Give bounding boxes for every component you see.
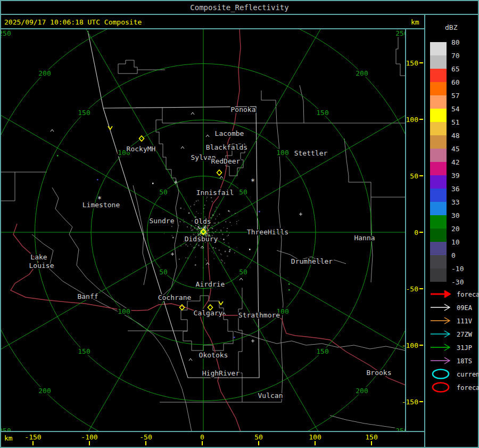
ring-distance-label: 200 [356,387,368,395]
city-label-Banff: Banff [77,292,98,300]
caret-marker-icon [220,176,223,178]
caret-marker-icon [181,146,184,149]
dot-marker-green [288,289,290,291]
clutter-speckle [202,248,203,249]
clutter-speckle [215,248,216,249]
clutter-speckle [228,243,229,244]
caret-marker-icon [191,112,194,115]
clutter-speckle [196,201,197,202]
dot-marker-blue [259,211,260,213]
city-label-Louise: Louise [29,262,54,270]
clutter-speckle [206,198,207,199]
city-label-Strathmore: Strathmore [238,311,280,319]
clutter-speckle [236,221,237,222]
azimuth-radial-210 [44,232,203,448]
clutter-speckle [172,237,174,239]
clutter-speckle [198,245,200,246]
ring-distance-label: 150 [78,347,90,355]
ring-distance-label: 50 [159,188,168,196]
clutter-speckle [224,263,225,264]
map-layers: 5050505010010010010015015015015020020020… [0,0,479,448]
clutter-speckle [195,228,196,229]
ring-distance-label: 50 [239,188,247,196]
clutter-speckle [184,209,185,210]
clutter-speckle [193,233,194,234]
clutter-speckle [214,258,215,259]
clutter-speckle [204,227,205,229]
clutter-speckle [221,262,222,263]
clutter-speckle [227,256,228,257]
clutter-speckle [220,254,221,255]
caret-marker-icon [51,129,54,132]
clutter-speckle [197,200,199,201]
clutter-speckle [229,233,230,234]
clutter-speckle [192,230,193,231]
clutter-speckle [229,249,231,251]
clutter-speckle [195,225,196,226]
clutter-speckle [219,214,220,215]
azimuth-radial-30 [203,0,363,232]
ring-distance-label: 250 [395,29,408,37]
ring-distance-label: 250 [395,427,408,435]
ring-distance-label: 250 [0,29,11,37]
county-boundary [344,139,406,282]
clutter-speckle [205,225,207,226]
clutter-speckle [164,233,165,234]
clutter-speckle [236,247,237,248]
caret-marker-icon [206,135,209,137]
clutter-speckle [209,248,210,249]
clutter-speckle [204,205,205,206]
clutter-speckle [206,200,207,201]
plus-marker-icon [171,252,174,256]
clutter-speckle [217,216,218,217]
clutter-speckle [172,235,173,237]
plus-marker-icon [299,213,302,216]
clutter-speckle [191,230,192,231]
caret-marker-icon [189,359,192,361]
clutter-speckle [193,248,194,249]
radar-map: 5050505010010010010015015015015020020020… [0,0,479,448]
ring-distance-label: 50 [239,268,247,276]
city-label-Didsbury: Didsbury [185,235,218,243]
ring-distance-label: 200 [38,69,51,77]
storm-diamond-icon [217,170,222,175]
clutter-speckle [198,231,199,232]
county-boundary [238,288,242,402]
clutter-speckle [230,222,231,223]
clutter-speckle [211,201,213,202]
clutter-speckle [187,226,188,227]
city-label-Calgary: Calgary [194,309,223,317]
city-label-Stettler: Stettler [294,149,328,157]
plus-marker-icon [251,339,254,343]
clutter-speckle [234,252,235,254]
clutter-speckle [196,211,197,213]
dot-marker-blue [234,337,235,338]
ring-distance-label: 250 [0,427,11,435]
clutter-speckle [206,260,207,261]
clutter-speckle [198,226,199,227]
clutter-speckle [222,260,223,262]
asterisk-marker-icon: * [97,194,102,203]
clutter-speckle [185,244,187,246]
county-boundary [118,60,165,74]
clutter-speckle [213,232,214,234]
city-label-Lake: Lake [30,253,47,261]
clutter-speckle [232,215,233,216]
clutter-speckle [214,223,216,224]
county-boundary [396,35,406,76]
clutter-speckle [185,257,186,258]
clutter-speckle [183,219,184,220]
city-label-ThreeHills: ThreeHills [247,228,288,236]
county-boundary [0,172,47,201]
clutter-speckle [194,228,195,229]
clutter-speckle [199,227,200,229]
clutter-speckle [229,251,230,252]
clutter-speckle [228,210,229,212]
clutter-speckle [212,225,213,226]
clutter-speckle [200,228,201,229]
city-label-Airdrie: Airdrie [196,280,225,288]
clutter-speckle [227,231,228,232]
city-label-Innisfail: Innisfail [196,189,234,197]
clutter-speckle [223,239,225,240]
city-label-Hanna: Hanna [354,234,375,242]
